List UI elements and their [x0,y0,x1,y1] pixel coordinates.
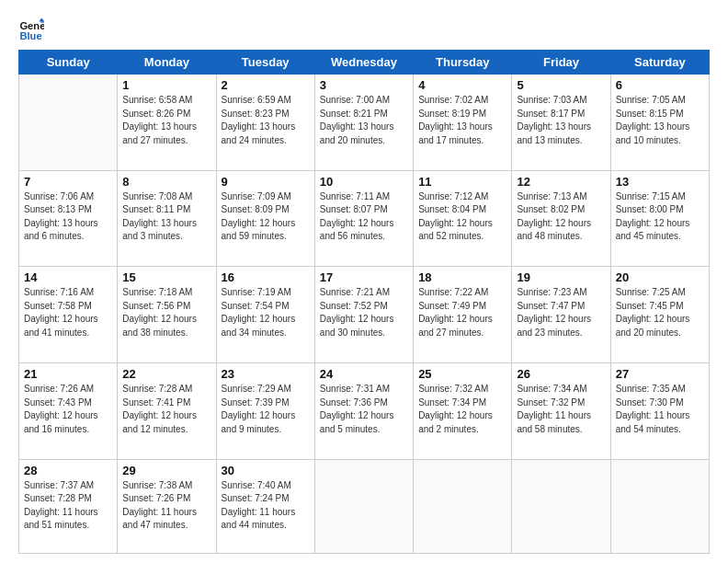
day-info: Sunrise: 7:12 AM Sunset: 8:04 PM Dayligh… [418,190,506,244]
weekday-header-row: SundayMondayTuesdayWednesdayThursdayFrid… [19,51,710,75]
day-number: 15 [122,270,210,284]
day-number: 8 [122,175,210,189]
day-number: 7 [24,175,112,189]
header: General Blue [18,17,710,42]
calendar-cell [314,459,413,553]
day-info: Sunrise: 7:31 AM Sunset: 7:36 PM Dayligh… [320,383,408,436]
calendar-cell: 2Sunrise: 6:59 AM Sunset: 8:23 PM Daylig… [216,75,314,171]
day-number: 28 [24,464,112,477]
calendar-cell: 18Sunrise: 7:22 AM Sunset: 7:49 PM Dayli… [414,267,512,363]
calendar-cell [414,459,512,553]
day-number: 14 [24,270,112,284]
day-info: Sunrise: 7:34 AM Sunset: 7:32 PM Dayligh… [517,383,605,436]
calendar-cell [19,75,118,171]
day-info: Sunrise: 7:35 AM Sunset: 7:30 PM Dayligh… [616,383,704,436]
day-number: 23 [222,367,310,381]
day-number: 19 [517,270,605,284]
calendar-cell: 29Sunrise: 7:38 AM Sunset: 7:26 PM Dayli… [118,459,216,553]
calendar-cell [512,459,610,553]
week-row-3: 14Sunrise: 7:16 AM Sunset: 7:58 PM Dayli… [19,267,710,363]
day-number: 1 [122,78,210,92]
day-number: 11 [418,175,506,189]
page-container: General Blue SundayMondayTuesdayWednesda… [0,0,728,563]
logo: General Blue [18,17,48,42]
calendar-cell: 19Sunrise: 7:23 AM Sunset: 7:47 PM Dayli… [512,267,610,363]
calendar-cell: 10Sunrise: 7:11 AM Sunset: 8:07 PM Dayli… [314,170,413,267]
day-info: Sunrise: 6:59 AM Sunset: 8:23 PM Dayligh… [222,94,310,147]
calendar-cell: 15Sunrise: 7:18 AM Sunset: 7:56 PM Dayli… [118,267,216,363]
weekday-header-monday: Monday [118,51,216,75]
day-info: Sunrise: 7:03 AM Sunset: 8:17 PM Dayligh… [517,94,605,147]
weekday-header-tuesday: Tuesday [216,51,314,75]
calendar-cell: 13Sunrise: 7:15 AM Sunset: 8:00 PM Dayli… [610,170,709,267]
day-number: 9 [222,175,310,189]
day-info: Sunrise: 7:21 AM Sunset: 7:52 PM Dayligh… [320,286,408,339]
day-number: 17 [320,270,408,284]
day-number: 25 [418,367,506,381]
calendar-cell: 14Sunrise: 7:16 AM Sunset: 7:58 PM Dayli… [19,267,118,363]
day-info: Sunrise: 7:26 AM Sunset: 7:43 PM Dayligh… [24,383,112,436]
day-number: 13 [616,175,704,189]
calendar-cell: 28Sunrise: 7:37 AM Sunset: 7:28 PM Dayli… [19,459,118,553]
day-number: 26 [517,367,605,381]
calendar-cell: 16Sunrise: 7:19 AM Sunset: 7:54 PM Dayli… [216,267,314,363]
week-row-5: 28Sunrise: 7:37 AM Sunset: 7:28 PM Dayli… [19,459,710,553]
day-number: 12 [517,175,605,189]
calendar-cell: 12Sunrise: 7:13 AM Sunset: 8:02 PM Dayli… [512,170,610,267]
day-info: Sunrise: 7:11 AM Sunset: 8:07 PM Dayligh… [320,190,408,244]
week-row-2: 7Sunrise: 7:06 AM Sunset: 8:13 PM Daylig… [19,170,710,267]
calendar-cell: 25Sunrise: 7:32 AM Sunset: 7:34 PM Dayli… [414,363,512,460]
day-info: Sunrise: 7:28 AM Sunset: 7:41 PM Dayligh… [122,383,210,436]
day-info: Sunrise: 7:02 AM Sunset: 8:19 PM Dayligh… [418,94,506,147]
day-info: Sunrise: 7:06 AM Sunset: 8:13 PM Dayligh… [24,190,112,244]
svg-text:Blue: Blue [19,30,41,41]
day-number: 16 [222,270,310,284]
calendar-cell [610,459,709,553]
calendar-cell: 20Sunrise: 7:25 AM Sunset: 7:45 PM Dayli… [610,267,709,363]
weekday-header-sunday: Sunday [19,51,118,75]
day-number: 18 [418,270,506,284]
day-number: 10 [320,175,408,189]
calendar-cell: 26Sunrise: 7:34 AM Sunset: 7:32 PM Dayli… [512,363,610,460]
calendar-cell: 4Sunrise: 7:02 AM Sunset: 8:19 PM Daylig… [414,75,512,171]
calendar-cell: 8Sunrise: 7:08 AM Sunset: 8:11 PM Daylig… [118,170,216,267]
day-info: Sunrise: 7:37 AM Sunset: 7:28 PM Dayligh… [24,479,112,533]
day-info: Sunrise: 7:40 AM Sunset: 7:24 PM Dayligh… [222,479,310,533]
weekday-header-friday: Friday [512,51,610,75]
calendar-cell: 30Sunrise: 7:40 AM Sunset: 7:24 PM Dayli… [216,459,314,553]
day-info: Sunrise: 7:32 AM Sunset: 7:34 PM Dayligh… [418,383,506,436]
weekday-header-wednesday: Wednesday [314,51,413,75]
calendar-cell: 1Sunrise: 6:58 AM Sunset: 8:26 PM Daylig… [118,75,216,171]
day-info: Sunrise: 7:05 AM Sunset: 8:15 PM Dayligh… [616,94,704,147]
day-info: Sunrise: 7:25 AM Sunset: 7:45 PM Dayligh… [616,286,704,339]
svg-text:General: General [19,20,44,31]
calendar-cell: 27Sunrise: 7:35 AM Sunset: 7:30 PM Dayli… [610,363,709,460]
day-info: Sunrise: 7:08 AM Sunset: 8:11 PM Dayligh… [122,190,210,244]
day-number: 22 [122,367,210,381]
calendar-cell: 11Sunrise: 7:12 AM Sunset: 8:04 PM Dayli… [414,170,512,267]
day-info: Sunrise: 7:22 AM Sunset: 7:49 PM Dayligh… [418,286,506,339]
day-info: Sunrise: 6:58 AM Sunset: 8:26 PM Dayligh… [122,94,210,147]
day-number: 4 [418,78,506,92]
calendar-cell: 5Sunrise: 7:03 AM Sunset: 8:17 PM Daylig… [512,75,610,171]
week-row-4: 21Sunrise: 7:26 AM Sunset: 7:43 PM Dayli… [19,363,710,460]
calendar-cell: 6Sunrise: 7:05 AM Sunset: 8:15 PM Daylig… [610,75,709,171]
day-info: Sunrise: 7:13 AM Sunset: 8:02 PM Dayligh… [517,190,605,244]
day-info: Sunrise: 7:15 AM Sunset: 8:00 PM Dayligh… [616,190,704,244]
day-info: Sunrise: 7:00 AM Sunset: 8:21 PM Dayligh… [320,94,408,147]
calendar-cell: 21Sunrise: 7:26 AM Sunset: 7:43 PM Dayli… [19,363,118,460]
calendar-cell: 17Sunrise: 7:21 AM Sunset: 7:52 PM Dayli… [314,267,413,363]
day-number: 30 [222,464,310,477]
day-number: 5 [517,78,605,92]
day-number: 27 [616,367,704,381]
day-number: 29 [122,464,210,477]
calendar-cell: 9Sunrise: 7:09 AM Sunset: 8:09 PM Daylig… [216,170,314,267]
day-info: Sunrise: 7:38 AM Sunset: 7:26 PM Dayligh… [122,479,210,533]
weekday-header-saturday: Saturday [610,51,709,75]
day-number: 24 [320,367,408,381]
logo-icon: General Blue [18,17,44,42]
day-info: Sunrise: 7:23 AM Sunset: 7:47 PM Dayligh… [517,286,605,339]
calendar-cell: 24Sunrise: 7:31 AM Sunset: 7:36 PM Dayli… [314,363,413,460]
day-info: Sunrise: 7:19 AM Sunset: 7:54 PM Dayligh… [222,286,310,339]
day-number: 2 [222,78,310,92]
